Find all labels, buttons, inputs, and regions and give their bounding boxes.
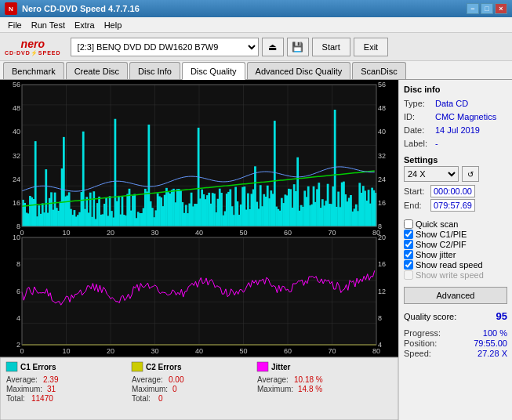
disc-id-label: ID: bbox=[404, 112, 434, 121]
nero-sub-text: CD·DVD⚡SPEED bbox=[5, 50, 61, 56]
position-row: Position: 79:55.00 bbox=[404, 339, 507, 348]
start-label: Start: bbox=[404, 186, 427, 196]
menu-help[interactable]: Help bbox=[100, 19, 127, 31]
quick-scan-row: Quick scan bbox=[404, 219, 507, 229]
speed-row-2: Speed: 27.28 X bbox=[404, 349, 507, 358]
nero-logo-text: nero bbox=[21, 38, 45, 50]
position-value: 79:55.00 bbox=[474, 339, 507, 348]
end-value: 079:57.69 bbox=[430, 199, 475, 212]
speed-row: 24 X Max 4 X 8 X 16 X 32 X 40 X 48 X ↺ bbox=[404, 166, 507, 182]
drive-selector[interactable]: [2:3] BENQ DVD DD DW1620 B7W9 bbox=[71, 38, 259, 56]
show-write-speed-row: Show write speed bbox=[404, 270, 507, 280]
title-bar-left: N Nero CD-DVD Speed 4.7.7.16 bbox=[5, 2, 140, 15]
disc-id-value: CMC Magnetics bbox=[435, 112, 496, 121]
disc-type-row: Type: Data CD bbox=[404, 99, 507, 108]
menu-run-test[interactable]: Run Test bbox=[27, 19, 70, 31]
position-label: Position: bbox=[404, 339, 437, 348]
disc-type-value: Data CD bbox=[435, 99, 468, 108]
title-bar-buttons: − □ × bbox=[467, 3, 507, 14]
tab-disc-info[interactable]: Disc Info bbox=[129, 62, 180, 79]
quick-scan-checkbox[interactable] bbox=[404, 219, 413, 229]
show-c2-pif-row: Show C2/PIF bbox=[404, 240, 507, 249]
disc-label-value: - bbox=[435, 139, 438, 148]
disc-id-row: ID: CMC Magnetics bbox=[404, 112, 507, 121]
close-button[interactable]: × bbox=[495, 3, 507, 14]
tab-create-disc[interactable]: Create Disc bbox=[66, 62, 128, 79]
speed-value: 27.28 X bbox=[478, 349, 507, 358]
disc-date-label: Date: bbox=[404, 125, 434, 135]
menu-extra[interactable]: Extra bbox=[70, 19, 100, 31]
progress-section: Progress: 100 % Position: 79:55.00 Speed… bbox=[404, 328, 507, 359]
app-logo: nero CD·DVD⚡SPEED bbox=[5, 38, 61, 56]
show-read-speed-row: Show read speed bbox=[404, 260, 507, 270]
progress-label: Progress: bbox=[404, 328, 441, 338]
quality-score-label: Quality score: bbox=[404, 312, 456, 321]
show-c2-pif-label: Show C2/PIF bbox=[416, 240, 467, 249]
menu-bar: File Run Test Extra Help bbox=[0, 17, 512, 33]
show-jitter-checkbox[interactable] bbox=[404, 250, 413, 259]
advanced-button[interactable]: Advanced bbox=[404, 287, 507, 304]
progress-row: Progress: 100 % bbox=[404, 328, 507, 338]
right-panel: Disc info Type: Data CD ID: CMC Magnetic… bbox=[398, 80, 512, 420]
show-c1-pie-row: Show C1/PIE bbox=[404, 230, 507, 239]
show-write-speed-checkbox bbox=[404, 270, 413, 280]
main-content: Disc info Type: Data CD ID: CMC Magnetic… bbox=[0, 80, 512, 420]
settings-section: Settings 24 X Max 4 X 8 X 16 X 32 X 40 X… bbox=[404, 155, 507, 213]
tab-scandisc[interactable]: ScanDisc bbox=[352, 62, 405, 79]
quality-score-value: 95 bbox=[496, 310, 507, 322]
speed-label: Speed: bbox=[404, 349, 431, 358]
end-label: End: bbox=[404, 201, 427, 210]
app-title: Nero CD-DVD Speed 4.7.7.16 bbox=[22, 4, 140, 13]
disc-info-title: Disc info bbox=[404, 85, 507, 94]
show-jitter-label: Show jitter bbox=[416, 250, 456, 259]
end-time-row: End: 079:57.69 bbox=[404, 199, 507, 212]
chart-area bbox=[0, 80, 398, 420]
minimize-button[interactable]: − bbox=[467, 3, 479, 14]
maximize-button[interactable]: □ bbox=[481, 3, 493, 14]
tab-disc-quality[interactable]: Disc Quality bbox=[182, 62, 245, 80]
show-c1-pie-checkbox[interactable] bbox=[404, 230, 413, 239]
toolbar: nero CD·DVD⚡SPEED [2:3] BENQ DVD DD DW16… bbox=[0, 33, 512, 61]
app-icon: N bbox=[5, 2, 17, 15]
show-write-speed-label: Show write speed bbox=[416, 270, 484, 280]
quality-score-row: Quality score: 95 bbox=[404, 310, 507, 322]
checkboxes-section: Quick scan Show C1/PIE Show C2/PIF Show … bbox=[404, 219, 507, 281]
tab-bar: Benchmark Create Disc Disc Info Disc Qua… bbox=[0, 61, 512, 80]
tab-benchmark[interactable]: Benchmark bbox=[3, 62, 64, 79]
disc-label-label: Label: bbox=[404, 139, 434, 148]
tab-advanced-disc-quality[interactable]: Advanced Disc Quality bbox=[247, 62, 351, 79]
refresh-button[interactable]: ↺ bbox=[462, 166, 479, 182]
main-chart-canvas bbox=[0, 80, 398, 420]
speed-selector[interactable]: 24 X Max 4 X 8 X 16 X 32 X 40 X 48 X bbox=[404, 166, 459, 182]
menu-file[interactable]: File bbox=[3, 19, 27, 31]
eject-button[interactable]: ⏏ bbox=[262, 38, 284, 56]
quick-scan-label: Quick scan bbox=[416, 219, 458, 229]
start-value: 000:00.00 bbox=[430, 185, 475, 197]
show-c1-pie-label: Show C1/PIE bbox=[416, 230, 467, 239]
show-jitter-row: Show jitter bbox=[404, 250, 507, 259]
title-bar: N Nero CD-DVD Speed 4.7.7.16 − □ × bbox=[0, 0, 512, 17]
save-button[interactable]: 💾 bbox=[287, 38, 309, 56]
exit-button[interactable]: Exit bbox=[354, 38, 388, 56]
disc-date-value: 14 Jul 2019 bbox=[435, 125, 480, 135]
progress-value: 100 % bbox=[483, 328, 507, 338]
disc-type-label: Type: bbox=[404, 99, 434, 108]
disc-label-row: Label: - bbox=[404, 139, 507, 148]
disc-date-row: Date: 14 Jul 2019 bbox=[404, 125, 507, 135]
start-time-row: Start: 000:00.00 bbox=[404, 185, 507, 197]
settings-title: Settings bbox=[404, 155, 507, 165]
show-read-speed-label: Show read speed bbox=[416, 260, 483, 270]
start-button[interactable]: Start bbox=[312, 38, 350, 56]
show-read-speed-checkbox[interactable] bbox=[404, 260, 413, 270]
show-c2-pif-checkbox[interactable] bbox=[404, 240, 413, 249]
